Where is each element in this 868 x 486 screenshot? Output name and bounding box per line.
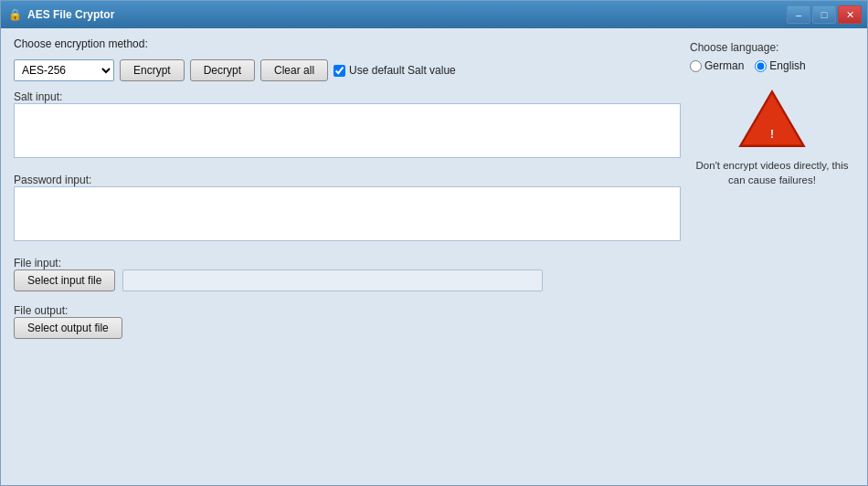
file-input-path-box: [122, 269, 543, 291]
select-output-file-button[interactable]: Select output file: [14, 317, 122, 339]
use-default-salt-label[interactable]: Use default Salt value: [333, 64, 456, 77]
encryption-method-select[interactable]: AES-256 AES-128: [14, 59, 114, 81]
german-radio[interactable]: [690, 60, 702, 72]
toolbar-row: AES-256 AES-128 Encrypt Decrypt Clear al…: [14, 59, 681, 81]
english-radio-label[interactable]: English: [755, 59, 805, 72]
german-radio-label[interactable]: German: [690, 59, 744, 72]
file-input-section: File input: Select input file: [14, 257, 681, 291]
title-bar-left: 🔒 AES File Cryptor: [8, 8, 114, 21]
encrypt-button[interactable]: Encrypt: [120, 59, 185, 81]
warning-text: Don't encrypt videos directly, this can …: [690, 158, 854, 187]
title-bar-controls: – □ ✕: [787, 5, 862, 24]
right-panel: Choose language: German English: [690, 37, 854, 476]
language-section: Choose language: German English: [690, 41, 854, 72]
german-label-text: German: [704, 59, 744, 72]
english-radio[interactable]: [755, 60, 767, 72]
encryption-method-row: Choose encryption method:: [14, 37, 681, 50]
main-window: 🔒 AES File Cryptor – □ ✕ Choose encrypti…: [0, 0, 868, 486]
salt-label: Salt input:: [14, 90, 62, 103]
clear-all-button[interactable]: Clear all: [260, 59, 328, 81]
file-output-label: File output:: [14, 304, 68, 317]
window-title: AES File Cryptor: [27, 8, 114, 21]
svg-text:!: !: [770, 128, 774, 141]
title-bar: 🔒 AES File Cryptor – □ ✕: [1, 1, 867, 28]
language-label: Choose language:: [690, 41, 854, 54]
encryption-method-label: Choose encryption method:: [14, 37, 148, 50]
content-area: Choose encryption method: AES-256 AES-12…: [1, 28, 867, 485]
file-input-label: File input:: [14, 257, 61, 269]
file-input-row: Select input file: [14, 269, 681, 291]
password-section: Password input:: [14, 174, 681, 244]
file-output-row: Select output file: [14, 317, 681, 339]
password-input[interactable]: [14, 186, 681, 241]
decrypt-button[interactable]: Decrypt: [190, 59, 255, 81]
use-default-salt-checkbox[interactable]: [333, 65, 345, 77]
salt-section: Salt input:: [14, 90, 681, 161]
close-button[interactable]: ✕: [838, 5, 862, 24]
language-radio-row: German English: [690, 59, 854, 72]
password-label: Password input:: [14, 174, 91, 186]
minimize-button[interactable]: –: [787, 5, 810, 24]
warning-icon-container: !: [736, 87, 809, 151]
use-default-salt-text: Use default Salt value: [349, 64, 456, 77]
warning-triangle-icon: !: [736, 87, 809, 151]
window-icon: 🔒: [8, 8, 22, 21]
select-input-file-button[interactable]: Select input file: [14, 269, 115, 291]
main-panel: Choose encryption method: AES-256 AES-12…: [14, 37, 681, 476]
file-output-section: File output: Select output file: [14, 304, 681, 339]
english-label-text: English: [769, 59, 805, 72]
salt-input[interactable]: [14, 103, 681, 158]
maximize-button[interactable]: □: [812, 5, 836, 24]
warning-svg: !: [736, 87, 809, 151]
